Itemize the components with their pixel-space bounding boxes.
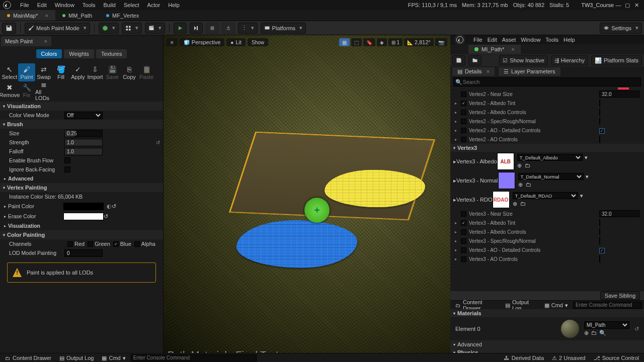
override-checkbox[interactable] [461, 229, 466, 235]
param-check[interactable]: ✓ [599, 248, 605, 253]
use-icon[interactable]: ⊕ [513, 201, 517, 207]
play-options-button[interactable]: ⋮ [238, 23, 258, 34]
browse-icon[interactable]: 🗀 [520, 201, 526, 207]
channel-alpha-checkbox[interactable] [134, 241, 140, 247]
mat-menu-help[interactable]: Help [564, 37, 575, 43]
tool-all-lods[interactable]: ≣All LODs [35, 81, 52, 100]
search-icon[interactable]: 🔍 [599, 330, 606, 336]
cinematics-button[interactable] [145, 23, 165, 34]
browse-icon[interactable]: 🗀 [526, 182, 531, 188]
override-checkbox[interactable] [461, 247, 466, 253]
perspective-button[interactable]: 🧊 Perspective [180, 38, 224, 46]
cmd-dropdown[interactable]: ▦ Cmd ▾ [541, 302, 571, 308]
blueprints-button[interactable] [122, 23, 142, 34]
console-input[interactable] [131, 354, 257, 361]
close-icon[interactable]: × [44, 38, 47, 44]
lit-button[interactable]: ● Lit [226, 38, 246, 46]
settings-dropdown[interactable]: Settings [600, 23, 642, 34]
tool-save[interactable]: 💾Save [104, 63, 121, 81]
tool-paste[interactable]: 📋Paste [138, 63, 155, 81]
tool-paint[interactable]: 🖌Paint [18, 63, 35, 81]
tool-swap[interactable]: ⇄Swap [35, 63, 52, 81]
override-checkbox[interactable] [461, 92, 466, 97]
tab-mipath[interactable]: MI_Path*× [468, 45, 521, 54]
output-log-button[interactable]: ▤ Output Log [56, 355, 97, 361]
window-close-button[interactable]: ✕ [632, 2, 641, 9]
close-icon[interactable]: × [487, 68, 490, 74]
channel-red-checkbox[interactable] [67, 241, 73, 247]
param-swatch[interactable] [599, 100, 600, 107]
save-button[interactable] [2, 23, 16, 34]
section-color-painting[interactable]: Color Painting [0, 230, 163, 239]
override-checkbox[interactable] [461, 110, 466, 115]
tab-weights[interactable]: Weights [64, 49, 94, 58]
tab-textures[interactable]: Textures [96, 49, 127, 58]
param-swatch[interactable] [599, 118, 600, 125]
viewport-menu-button[interactable]: ≡ [167, 38, 178, 46]
panel-tab[interactable]: Mesh Paint× [1, 36, 51, 46]
reset-icon[interactable]: ↺ [156, 140, 160, 145]
game-view-button[interactable]: ▦ [339, 38, 350, 46]
close-icon[interactable]: × [45, 13, 48, 19]
show-inactive-button[interactable]: ☑ Show Inactive [499, 55, 547, 65]
menu-help[interactable]: Help [164, 2, 184, 8]
close-icon[interactable]: × [511, 46, 514, 52]
browse-icon[interactable]: 🗀 [591, 330, 597, 336]
override-checkbox[interactable] [461, 211, 466, 217]
param-swatch[interactable] [599, 255, 600, 262]
texture-thumb[interactable]: ALB [497, 153, 514, 170]
browse-button[interactable] [468, 55, 481, 65]
lod-painting-input[interactable] [64, 249, 103, 257]
erase-color-swatch[interactable] [63, 213, 104, 220]
use-icon[interactable]: ⊕ [584, 330, 589, 336]
search-input[interactable] [453, 77, 641, 86]
tool-import[interactable]: ⇩Import [87, 63, 104, 81]
section-visualization[interactable]: Visualization [0, 102, 163, 111]
hierarchy-button[interactable]: ⇶ Hierarchy [551, 55, 588, 65]
texture-select[interactable]: T_Default_Normal [518, 173, 584, 180]
save-sibling-button[interactable]: Save Sibling [600, 291, 640, 300]
override-checkbox[interactable] [461, 256, 466, 262]
menu-select[interactable]: Select [120, 2, 143, 8]
channel-blue-checkbox[interactable]: ✓ [113, 241, 119, 247]
menu-file[interactable]: File [16, 2, 33, 8]
mode-dropdown[interactable]: Mesh Paint Mode [25, 23, 90, 34]
section-vertex-painting[interactable]: Vertex Painting [0, 183, 163, 192]
param-swatch[interactable] [599, 136, 600, 143]
color-view-mode-select[interactable]: Off [64, 112, 103, 119]
platforms-dropdown[interactable]: Platforms [261, 23, 306, 34]
param-check[interactable]: ✓ [599, 128, 605, 134]
texture-select[interactable]: T_Default_Albedo [517, 154, 583, 161]
paint-color-swatch[interactable] [63, 203, 104, 210]
browse-icon[interactable]: 🗀 [525, 162, 530, 169]
tab-layer-parameters[interactable]: ☰ Layer Parameters [499, 67, 560, 76]
section-brush[interactable]: Brush [0, 120, 163, 129]
tool-copy[interactable]: ⎘Copy [121, 63, 138, 81]
override-checkbox[interactable] [461, 128, 466, 133]
play-button[interactable] [174, 23, 187, 34]
falloff-slider[interactable]: 1.0 [64, 148, 103, 155]
skip-button[interactable] [190, 23, 203, 34]
strength-slider[interactable]: 1.0 [64, 139, 103, 146]
tool-remove[interactable]: ✖Remove [1, 81, 18, 100]
override-checkbox[interactable] [461, 238, 466, 244]
mat-menu-window[interactable]: Window [521, 37, 540, 43]
show-button[interactable]: Show [248, 38, 268, 46]
brush-flow-checkbox[interactable] [64, 157, 70, 163]
menu-build[interactable]: Build [100, 2, 120, 8]
brush-advanced-label[interactable]: Advanced [8, 175, 63, 182]
override-checkbox[interactable]: ✓ [461, 101, 466, 106]
unsaved-button[interactable]: ⚠ 2 Unsaved [549, 355, 589, 361]
use-icon[interactable]: ⊕ [517, 162, 522, 169]
size-slider[interactable]: 0.25 [64, 130, 103, 137]
material-select[interactable]: MI_Path [584, 321, 629, 329]
back-facing-checkbox[interactable] [64, 166, 70, 172]
mat-menu-file[interactable]: File [473, 37, 482, 43]
channel-green-checkbox[interactable] [88, 241, 93, 247]
immersive-button[interactable]: ⬚ [351, 38, 362, 46]
param-swatch[interactable] [599, 109, 600, 116]
camera-speed-button[interactable]: 📷 [435, 38, 447, 46]
vp-visualization[interactable]: Visualization [8, 223, 63, 229]
source-control-button[interactable]: ⎇ Source Control [591, 355, 642, 361]
param-swatch[interactable] [599, 237, 600, 244]
